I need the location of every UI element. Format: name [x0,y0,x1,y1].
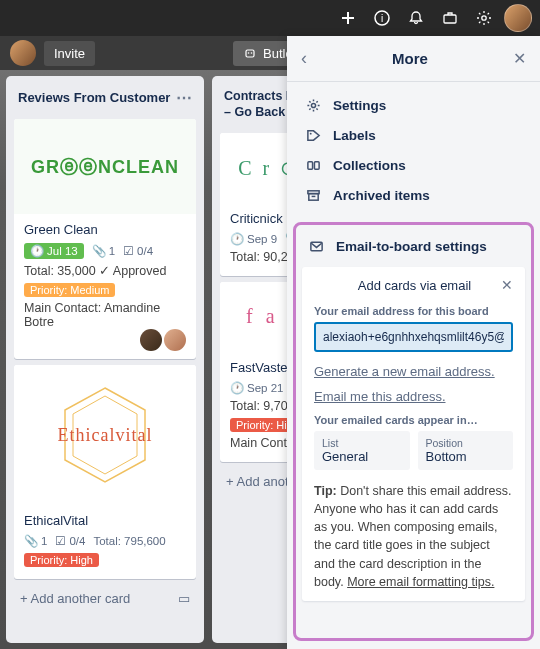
board-email-input[interactable] [314,322,513,352]
mail-icon [308,238,324,254]
svg-point-6 [251,52,253,54]
cover-text: GRⓔⓔNCLEAN [31,155,179,179]
select-label: List [322,437,402,449]
list-menu-icon[interactable]: ⋯ [176,88,192,107]
member-avatar[interactable] [140,329,162,351]
svg-text:i: i [381,13,383,24]
briefcase-icon[interactable] [436,4,464,32]
add-icon[interactable] [334,4,362,32]
date-badge: 🕐 Jul 13 [24,243,84,259]
svg-rect-11 [307,161,312,169]
menu-label: Collections [333,158,406,173]
priority-label: Priority: Medium [24,283,115,297]
position-select[interactable]: Position Bottom [418,431,514,470]
svg-rect-2 [444,15,456,23]
select-label: Position [426,437,506,449]
list-title-row: Reviews From Customer ⋯ [14,84,196,113]
list-reviews: Reviews From Customer ⋯ GRⓔⓔNCLEAN Green… [6,76,204,643]
date-badge: 🕐 Sep 9 [230,232,277,246]
generate-email-link[interactable]: Generate a new email address. [314,364,513,379]
menu-label: Labels [333,128,376,143]
attach-badge: 📎 1 [92,244,115,258]
card-green-clean[interactable]: GRⓔⓔNCLEAN Green Clean 🕐 Jul 13 📎 1 ☑ 0/… [14,119,196,359]
email-panel: Add cards via email ✕ Your email address… [302,267,525,601]
badges-row: 📎 1 ☑ 0/4 Total: 795,600 [24,534,186,548]
select-value: General [322,449,402,464]
more-sidebar: ‹ More ✕ Settings Labels Collections Arc… [287,36,540,649]
menu-list: Settings Labels Collections Archived ite… [287,82,540,218]
gear-icon[interactable] [470,4,498,32]
badges-row: 🕐 Jul 13 📎 1 ☑ 0/4 [24,243,186,259]
check-badge: ☑ 0/4 [55,534,85,548]
stat-line: Total: 795,600 [93,535,165,547]
card-cover: Ethicalvital [14,365,196,505]
card-ethicalvital[interactable]: Ethicalvital EthicalVital 📎 1 ☑ 0/4 Tota… [14,365,196,579]
list-select[interactable]: List General [314,431,410,470]
avatar[interactable] [504,4,532,32]
field-label-email: Your email address for this board [314,305,513,317]
sidebar-header: ‹ More ✕ [287,36,540,82]
svg-point-5 [248,52,250,54]
svg-point-9 [311,103,315,107]
card-title: EthicalVital [24,513,186,528]
select-row: List General Position Bottom [314,431,513,470]
email-to-board-section: Email-to-board settings Add cards via em… [293,222,534,641]
priority-label: Priority: High [24,553,99,567]
member-avatar[interactable] [164,329,186,351]
svg-point-10 [309,132,311,134]
back-icon[interactable]: ‹ [301,48,307,69]
date-badge: 🕐 Sep 21 [230,381,283,395]
email-me-link[interactable]: Email me this address. [314,389,513,404]
card-cover: GRⓔⓔNCLEAN [14,119,196,214]
select-value: Bottom [426,449,506,464]
menu-labels[interactable]: Labels [295,120,532,150]
sidebar-title: More [392,50,428,67]
svg-rect-12 [314,161,319,169]
panel-title: Add cards via email [328,278,501,293]
member-avatar[interactable] [10,40,36,66]
menu-collections[interactable]: Collections [295,150,532,180]
svg-point-3 [482,16,486,20]
global-topbar: i [0,0,540,36]
attach-badge: 📎 1 [24,534,47,548]
archive-icon [305,187,321,203]
gear-icon [305,97,321,113]
menu-email-to-board[interactable]: Email-to-board settings [302,231,525,261]
menu-label: Archived items [333,188,430,203]
stat-line: Total: 35,000 ✓ Approved [24,263,186,278]
invite-button[interactable]: Invite [44,41,95,66]
formatting-tips-link[interactable]: More email formatting tips. [347,575,494,589]
menu-label: Email-to-board settings [336,239,487,254]
svg-rect-4 [246,50,254,57]
cover-text: Ethicalvital [58,425,153,446]
bell-icon[interactable] [402,4,430,32]
check-badge: ☑ 0/4 [123,244,153,258]
info-icon[interactable]: i [368,4,396,32]
menu-settings[interactable]: Settings [295,90,532,120]
card-title: Green Clean [24,222,186,237]
panel-header: Add cards via email ✕ [314,277,513,293]
close-icon[interactable]: ✕ [513,49,526,68]
card-members [24,329,186,351]
contact-line: Main Contact: Amandine Botre [24,301,186,329]
list-title: Reviews From Customer [18,90,170,105]
menu-label: Settings [333,98,386,113]
template-icon[interactable]: ▭ [178,591,190,606]
add-card-button[interactable]: + Add another card ▭ [14,585,196,608]
menu-archived[interactable]: Archived items [295,180,532,210]
robot-icon [243,46,257,60]
tip-text: Tip: Don't share this email address. Any… [314,482,513,591]
panel-close-icon[interactable]: ✕ [501,277,513,293]
field-label-appear: Your emailed cards appear in… [314,414,513,426]
collections-icon [305,157,321,173]
tag-icon [305,127,321,143]
